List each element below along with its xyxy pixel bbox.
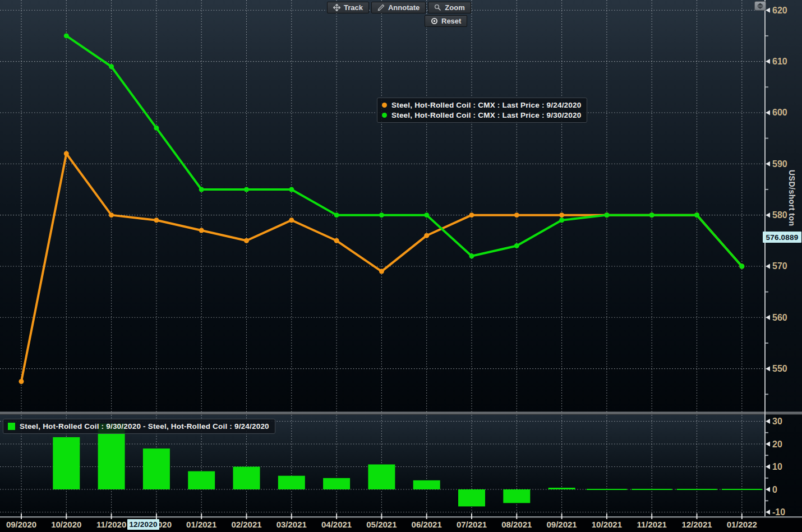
bar-01/2021 (188, 471, 215, 489)
cursor-price-badge: 576.0889 (763, 232, 801, 243)
annotate-button[interactable]: Annotate (371, 2, 426, 13)
annotate-button-label: Annotate (388, 3, 420, 12)
main-legend: Steel, Hot-Rolled Coil : CMX : Last Pric… (377, 98, 587, 123)
bar-03/2021 (278, 476, 305, 489)
legend-item-0924[interactable]: Steel, Hot-Rolled Coil : CMX : Last Pric… (382, 100, 581, 110)
green-series-dot-icon (382, 113, 387, 118)
bar-11/2021 (632, 489, 672, 490)
legend-item-0930[interactable]: Steel, Hot-Rolled Coil : CMX : Last Pric… (382, 110, 581, 120)
main-gridlines (0, 0, 764, 412)
main-plot[interactable] (0, 0, 764, 412)
zoom-button-label: Zoom (445, 3, 464, 12)
axis-scroll-handle-icon[interactable] (754, 1, 766, 11)
pencil-icon (377, 4, 385, 11)
bar-01/2022 (722, 489, 762, 490)
bar-06/2021 (413, 480, 440, 489)
zoom-button[interactable]: Zoom (428, 2, 471, 13)
series-line-1 (64, 33, 745, 269)
legend-label: Steel, Hot-Rolled Coil : CMX : Last Pric… (391, 111, 581, 119)
bar-04/2021 (323, 478, 350, 489)
chart-toolbar: Track Annotate Zoom (327, 2, 471, 13)
cursor-date-badge: 12/2020 (127, 519, 159, 530)
x-axis-strip[interactable] (0, 516, 802, 532)
bar-10/2020 (53, 437, 80, 489)
spread-bars (53, 424, 762, 507)
bar-07/2021 (458, 489, 485, 506)
magnifier-icon (434, 4, 441, 11)
legend-label: Steel, Hot-Rolled Coil : 9/30/2020 - Ste… (20, 422, 269, 431)
spread-legend: Steel, Hot-Rolled Coil : 9/30/2020 - Ste… (3, 419, 275, 434)
bar-12/2021 (677, 489, 717, 490)
bar-05/2021 (368, 464, 395, 489)
bar-10/2021 (587, 489, 627, 490)
reset-button[interactable]: Reset (425, 15, 467, 27)
track-button[interactable]: Track (327, 2, 369, 13)
bar-12/2020 (143, 448, 170, 489)
target-dot-icon (431, 17, 438, 25)
bar-09/2021 (549, 488, 575, 489)
track-button-label: Track (344, 3, 363, 12)
legend-label: Steel, Hot-Rolled Coil : CMX : Last Pric… (391, 101, 581, 109)
y-axis-title: USD/short ton (785, 170, 796, 260)
reset-button-label: Reset (441, 17, 461, 25)
bar-02/2021 (233, 467, 260, 490)
legend-item-spread[interactable]: Steel, Hot-Rolled Coil : 9/30/2020 - Ste… (8, 421, 269, 431)
move-cross-icon (333, 4, 340, 11)
bar-08/2021 (503, 489, 530, 503)
chart-window: 6206106005905805705605503020100-1009/202… (0, 0, 802, 532)
green-bar-swatch-icon (8, 423, 15, 430)
orange-series-dot-icon (382, 103, 387, 108)
series-line-0 (19, 151, 745, 384)
